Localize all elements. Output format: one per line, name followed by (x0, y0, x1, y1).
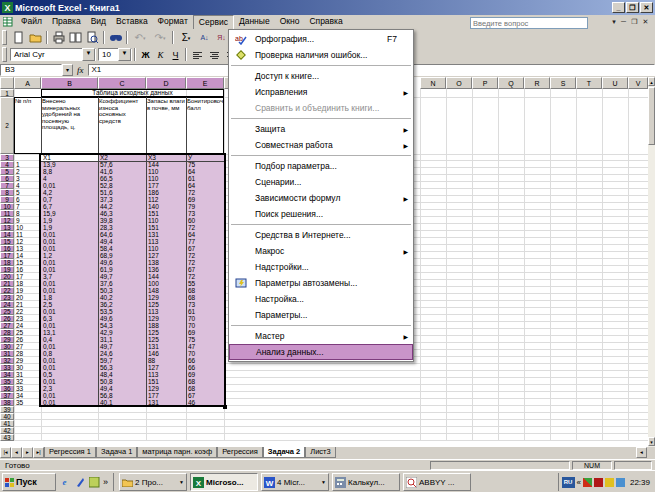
menu-Правка[interactable]: Правка (47, 15, 86, 28)
cell[interactable]: 14 (14, 252, 41, 259)
menu-item-Защита[interactable]: Защита▶ (229, 121, 413, 137)
tray-app-icon[interactable] (583, 478, 592, 487)
ask-question-input[interactable] (470, 17, 588, 29)
last-sheet-icon[interactable]: ▸| (33, 447, 44, 458)
menu-item-Совместная работа[interactable]: Совместная работа▶ (229, 137, 413, 153)
column-header-A[interactable]: A (14, 77, 41, 89)
cell[interactable]: 25 (14, 329, 41, 336)
cell[interactable]: 22 (14, 308, 41, 315)
taskbar-button-2 Про[interactable]: 2 Про...▼ (119, 473, 187, 491)
undo-button[interactable]: ↶▾ (130, 30, 150, 45)
taskbar-button-Microso[interactable]: XMicroso... (190, 473, 258, 491)
menu-item-Проверка наличия ошибок[interactable]: Проверка наличия ошибок... (229, 47, 413, 63)
column-header-R[interactable]: R (524, 77, 550, 89)
menu-Сервис[interactable]: Сервис (193, 15, 234, 30)
row-header-25[interactable]: 25 (0, 308, 14, 315)
row-header-15[interactable]: 15 (0, 238, 14, 245)
row-header-3[interactable]: 3 (0, 154, 14, 161)
column-header-P[interactable]: P (472, 77, 498, 89)
row-header-24[interactable]: 24 (0, 301, 14, 308)
taskbar-button-4 Micr[interactable]: W4 Micr...▼ (261, 473, 329, 491)
row-header-35[interactable]: 35 (0, 378, 14, 385)
cell[interactable]: 27 (14, 343, 41, 350)
column-header-S[interactable]: S (550, 77, 576, 89)
header-cell-e[interactable]: Бонитировочный балл (186, 97, 224, 154)
scroll-down-icon[interactable]: ▾ (648, 437, 655, 446)
menu-item-Анализ данных[interactable]: Анализ данных... (229, 344, 413, 360)
cell[interactable]: 19 (14, 287, 41, 294)
menu-item-Средства в Интернете[interactable]: Средства в Интернете... (229, 227, 413, 243)
media-launcher-icon[interactable] (88, 476, 101, 489)
name-box-dropdown-icon[interactable]: ▾ (62, 64, 73, 76)
scroll-thumb[interactable] (648, 87, 655, 145)
row-header-22[interactable]: 22 (0, 287, 14, 294)
name-box[interactable]: B3 (0, 64, 62, 76)
cell[interactable]: 30 (14, 364, 41, 371)
cell[interactable]: 2 (14, 168, 41, 175)
cell[interactable]: 13 (14, 245, 41, 252)
menu-item-Настройка[interactable]: Настройка... (229, 291, 413, 307)
cell[interactable]: 11 (14, 231, 41, 238)
row-header-32[interactable]: 32 (0, 357, 14, 364)
row-header-26[interactable]: 26 (0, 315, 14, 322)
tray-expand-icon[interactable]: « (577, 478, 581, 487)
cell[interactable]: 9 (14, 217, 41, 224)
cell[interactable]: 17 (14, 273, 41, 280)
tab-Задача 2[interactable]: Задача 2 (263, 447, 305, 458)
select-all-corner[interactable] (0, 77, 14, 89)
menu-item-Исправления[interactable]: Исправления▶ (229, 84, 413, 100)
cell[interactable]: 8 (14, 210, 41, 217)
print-preview-button[interactable] (84, 30, 101, 45)
doc-restore-icon[interactable]: ❐ (629, 18, 640, 26)
cell[interactable]: 16 (14, 266, 41, 273)
menu-item-Сценарии[interactable]: Сценарии... (229, 174, 413, 190)
tab-scroll-icon[interactable]: ◂ (636, 447, 647, 458)
print-area-button[interactable] (67, 30, 84, 45)
row-header-14[interactable]: 14 (0, 231, 14, 238)
doc-close-icon[interactable]: ✕ (640, 18, 651, 26)
open-button[interactable] (27, 30, 44, 45)
pen-launcher-icon[interactable] (73, 476, 86, 489)
row-header-34[interactable]: 34 (0, 371, 14, 378)
sort-ascending-button[interactable]: А↓ (196, 30, 213, 45)
row-header-9[interactable]: 9 (0, 196, 14, 203)
tab-Задача 1[interactable]: Задача 1 (96, 447, 137, 458)
menu-item-Параметры автозамены[interactable]: Параметры автозамены... (229, 275, 413, 291)
row-header-43[interactable]: 43 (0, 434, 14, 441)
menu-item-Доступ к книге[interactable]: Доступ к книге... (229, 68, 413, 84)
row-header-42[interactable]: 42 (0, 427, 14, 434)
menu-item-Мастер[interactable]: Мастер▶ (229, 328, 413, 344)
prev-sheet-icon[interactable]: ◂ (11, 447, 22, 458)
menu-Вставка[interactable]: Вставка (111, 15, 153, 28)
cell[interactable]: 18 (14, 280, 41, 287)
cell[interactable]: 6 (14, 196, 41, 203)
find-button[interactable] (107, 30, 124, 45)
row-header-20[interactable]: 20 (0, 273, 14, 280)
column-header-Q[interactable]: Q (498, 77, 524, 89)
chevron-down-icon[interactable]: ▼ (118, 48, 131, 61)
cell[interactable]: 1 (14, 161, 41, 168)
row-header-21[interactable]: 21 (0, 280, 14, 287)
row-header-6[interactable]: 6 (0, 175, 14, 182)
row-header-10[interactable]: 10 (0, 203, 14, 210)
row-header-41[interactable]: 41 (0, 420, 14, 427)
cell[interactable]: 26 (14, 336, 41, 343)
scroll-up-icon[interactable]: ▴ (648, 77, 655, 86)
row-header-12[interactable]: 12 (0, 217, 14, 224)
column-header-B[interactable]: B (41, 77, 98, 89)
cell[interactable]: 32 (14, 378, 41, 385)
cell[interactable]: 12 (14, 238, 41, 245)
cell[interactable]: 5 (14, 189, 41, 196)
row-header-38[interactable]: 38 (0, 399, 14, 406)
fill-handle[interactable] (223, 405, 227, 409)
tab-Лист3[interactable]: Лист3 (305, 447, 335, 458)
row-header-36[interactable]: 36 (0, 385, 14, 392)
menu-item-Параметры[interactable]: Параметры... (229, 307, 413, 323)
column-header-V[interactable]: V (628, 77, 648, 89)
cell[interactable]: 31 (14, 371, 41, 378)
cell[interactable]: 33 (14, 385, 41, 392)
menu-Вид[interactable]: Вид (86, 15, 111, 28)
chevron-down-icon[interactable]: ▼ (82, 48, 95, 61)
menu-Справка[interactable]: Справка (304, 15, 347, 28)
question-dropdown-icon[interactable]: ▾ (610, 18, 618, 26)
